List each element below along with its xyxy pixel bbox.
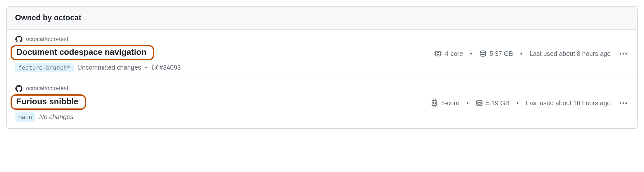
actions-menu-button[interactable] <box>618 51 629 56</box>
separator-dot: • <box>520 50 522 57</box>
separator-dot: • <box>470 50 472 57</box>
owner-avatar-icon <box>15 85 23 92</box>
panel-header: Owned by octocat <box>7 7 637 30</box>
repo-path[interactable]: octocat/octo-test <box>26 36 68 43</box>
codespaces-panel: Owned by octocat octocat/octo-test Docum… <box>6 6 638 129</box>
codespace-row: octocat/octo-test Furious snibble main N… <box>7 79 637 128</box>
codespace-title-link[interactable]: Document codespace navigation <box>11 45 154 60</box>
separator-dot: • <box>145 64 147 71</box>
codespace-row: octocat/octo-test Document codespace nav… <box>7 30 637 79</box>
last-used: Last used about 8 hours ago <box>529 50 611 57</box>
separator-dot: • <box>466 99 469 107</box>
separator-dot: • <box>516 99 519 107</box>
database-icon <box>479 50 486 57</box>
machine-spec: 8-core <box>431 99 459 107</box>
actions-menu-button[interactable] <box>618 100 629 106</box>
panel-title: Owned by octocat <box>15 13 81 22</box>
database-icon <box>476 99 483 107</box>
cpu-icon <box>431 99 438 107</box>
machine-spec: 4-core <box>434 50 463 57</box>
branch-badge[interactable]: feature-branch* <box>15 63 74 72</box>
repo-path[interactable]: octocat/octo-test <box>26 85 68 92</box>
cpu-icon <box>434 50 442 57</box>
pull-request-link[interactable]: #34093 <box>151 64 181 71</box>
storage-usage: 5.37 GB <box>479 50 513 57</box>
storage-usage: 5.19 GB <box>476 99 509 107</box>
commit-status: Uncommitted changes <box>78 64 141 71</box>
pr-number: #34093 <box>160 64 181 71</box>
owner-avatar-icon <box>15 35 23 43</box>
commit-status: No changes <box>39 113 73 121</box>
git-pull-request-icon <box>151 64 158 71</box>
branch-badge[interactable]: main <box>15 112 35 122</box>
last-used: Last used about 18 hours ago <box>526 99 611 107</box>
codespace-title-link[interactable]: Furious snibble <box>11 94 86 110</box>
